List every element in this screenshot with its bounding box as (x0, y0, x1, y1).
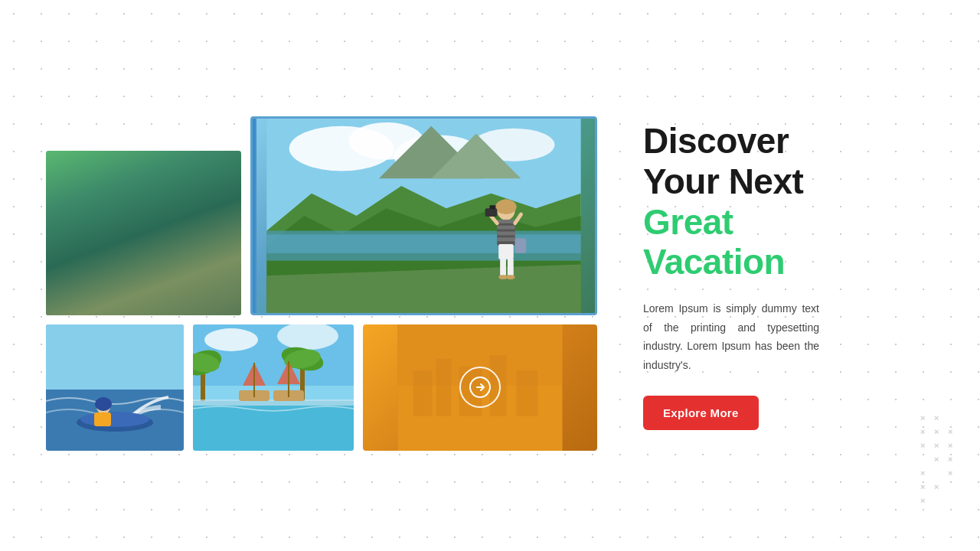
svg-line-14 (147, 275, 150, 287)
svg-rect-45 (515, 238, 527, 253)
svg-rect-10 (144, 254, 155, 271)
svg-point-8 (137, 237, 151, 251)
svg-rect-47 (508, 257, 514, 276)
svg-rect-43 (485, 208, 498, 217)
heading-great: GreatVacation (643, 202, 785, 282)
svg-marker-3 (46, 250, 145, 315)
svg-rect-36 (497, 219, 514, 223)
svg-line-11 (132, 256, 138, 267)
svg-marker-2 (46, 204, 241, 315)
svg-rect-51 (46, 324, 184, 390)
svg-rect-19 (176, 277, 179, 300)
svg-line-13 (138, 275, 141, 287)
svg-rect-46 (500, 257, 506, 276)
svg-rect-18 (145, 273, 149, 300)
svg-marker-1 (46, 181, 241, 315)
svg-rect-0 (46, 151, 241, 315)
svg-point-6 (129, 258, 159, 266)
svg-rect-15 (46, 296, 241, 302)
svg-point-58 (95, 397, 112, 411)
heading-vacation: GreatVacation (643, 202, 934, 283)
photo-row-top (46, 116, 597, 315)
svg-rect-31 (266, 234, 580, 253)
photo-bottom-1 (46, 324, 184, 451)
heading-line1: Discover Your Next (643, 121, 934, 202)
svg-point-49 (506, 275, 515, 279)
next-photos-arrow[interactable] (459, 367, 501, 408)
photo-bottom-2 (193, 324, 354, 451)
svg-rect-38 (497, 231, 514, 235)
main-container: Discover Your Next GreatVacation Lorem I… (0, 0, 980, 551)
svg-point-5 (184, 158, 214, 189)
svg-marker-7 (136, 243, 152, 262)
svg-rect-44 (489, 205, 495, 209)
explore-more-button[interactable]: Explore More (643, 396, 759, 430)
svg-rect-70 (193, 399, 354, 406)
svg-rect-69 (193, 401, 354, 451)
svg-point-54 (80, 412, 149, 427)
photo-top-right (250, 116, 597, 315)
svg-rect-9 (138, 252, 150, 275)
svg-rect-40 (498, 244, 514, 259)
description-text: Lorem Ipsum is simply dummy text of the … (643, 299, 819, 374)
photo-grid (46, 116, 597, 451)
svg-line-12 (150, 256, 156, 267)
photo-row-bottom (46, 324, 597, 451)
photo-top-left (46, 151, 241, 315)
svg-rect-37 (497, 225, 514, 229)
svg-point-61 (204, 328, 258, 351)
photo-bottom-next[interactable] (363, 324, 597, 451)
svg-rect-39 (497, 237, 514, 241)
svg-rect-57 (94, 412, 111, 426)
content-panel: Discover Your Next GreatVacation Lorem I… (597, 121, 934, 431)
svg-point-34 (495, 199, 516, 214)
svg-rect-17 (115, 273, 118, 300)
svg-rect-16 (84, 273, 87, 300)
svg-point-4 (100, 289, 191, 311)
svg-rect-20 (207, 277, 210, 300)
